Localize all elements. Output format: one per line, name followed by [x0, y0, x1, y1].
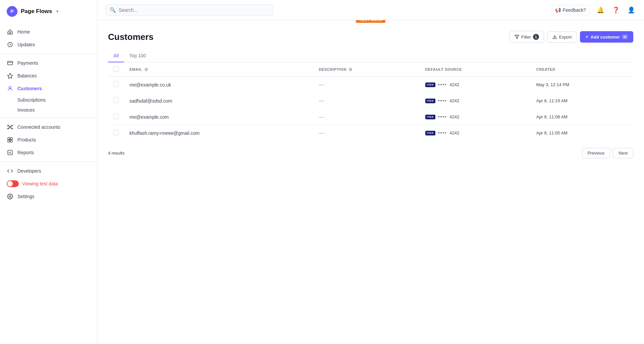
table-row[interactable]: sadfsdaf@sdsd.com — VISA •••• 4242 Apr 6… — [108, 93, 633, 109]
sidebar-item-payments-label: Payments — [17, 60, 38, 66]
default-source-column-header: DEFAULT SOURCE — [425, 67, 462, 71]
help-icon[interactable]: ❓ — [611, 5, 621, 15]
email-column-header: EMAIL — [129, 67, 142, 71]
created-column-header: CREATED — [536, 67, 555, 71]
filter-icon — [515, 35, 519, 39]
tab-all[interactable]: All — [108, 50, 124, 62]
sidebar-item-connected-accounts[interactable]: Connected accounts — [0, 121, 97, 133]
description-cell-0: — — [313, 77, 420, 93]
card-dots-2: •••• — [438, 114, 447, 119]
customers-table: EMAIL ⚙ DESCRIPTION ⚙ DEFAULT SOURCE — [108, 62, 633, 141]
description-column-header: DESCRIPTION — [319, 67, 346, 71]
svg-line-10 — [11, 126, 12, 127]
connected-accounts-icon — [7, 124, 13, 130]
sidebar-item-settings[interactable]: Settings — [0, 190, 97, 203]
sidebar-item-home-label: Home — [17, 29, 30, 35]
source-cell-2: VISA •••• 4242 — [420, 109, 531, 125]
previous-button[interactable]: Previous — [582, 148, 610, 158]
results-footer: 4 results Previous Next — [108, 142, 633, 164]
row-checkbox-2[interactable] — [113, 114, 119, 119]
add-customer-kbd: N — [622, 35, 628, 39]
row-checkbox-0[interactable] — [113, 81, 119, 87]
select-all-checkbox[interactable] — [113, 66, 119, 72]
export-button[interactable]: Export — [547, 32, 577, 43]
page-title: Customers — [108, 32, 154, 42]
add-customer-label: Add customer — [591, 35, 620, 40]
description-cell-3: — — [313, 125, 420, 141]
sidebar-item-customers-label: Customers — [17, 86, 42, 91]
logo-chevron-icon: ▾ — [56, 9, 58, 14]
table-row[interactable]: me@example.com — VISA •••• 4242 Apr 6, 1… — [108, 109, 633, 125]
tab-top100[interactable]: Top 100 — [124, 50, 152, 62]
sidebar-item-products-label: Products — [17, 137, 36, 142]
customers-icon — [7, 85, 13, 92]
sidebar-item-updates[interactable]: Updates — [0, 38, 97, 51]
add-customer-button[interactable]: + Add customer N — [580, 31, 633, 43]
updates-icon — [7, 41, 13, 48]
page-content: TEST DATA Customers Filter 1 Export + Ad… — [97, 20, 644, 344]
svg-point-3 — [9, 87, 11, 89]
sidebar-item-subscriptions[interactable]: Subscriptions — [0, 95, 97, 105]
sidebar-navigation: Home Updates Payments Balances — [0, 23, 97, 344]
source-cell-3: VISA •••• 4242 — [420, 125, 531, 141]
row-checkbox-3[interactable] — [113, 130, 119, 135]
svg-point-7 — [8, 128, 9, 129]
sidebar-item-settings-label: Settings — [17, 194, 35, 199]
row-checkbox-1[interactable] — [113, 98, 119, 103]
home-icon — [7, 28, 13, 35]
card-dots-1: •••• — [438, 98, 447, 103]
sidebar-item-balances[interactable]: Balances — [0, 69, 97, 82]
email-cell-3: khuffash.ramy+meee@gmail.com — [124, 125, 313, 141]
results-count: 4 results — [108, 151, 124, 156]
sidebar-item-invoices[interactable]: Invoices — [0, 105, 97, 115]
nav-divider-3 — [0, 162, 97, 162]
created-cell-0: May 3, 12:14 PM — [531, 77, 633, 93]
sidebar-item-home[interactable]: Home — [0, 25, 97, 38]
search-box[interactable]: 🔍 — [105, 4, 273, 16]
search-input[interactable] — [119, 7, 269, 13]
toggle-label: Viewing test data — [22, 181, 58, 186]
sidebar-item-products[interactable]: Products — [0, 133, 97, 146]
sidebar-item-reports-label: Reports — [17, 150, 34, 155]
description-cell-2: — — [313, 109, 420, 125]
table-row[interactable]: khuffash.ramy+meee@gmail.com — VISA ••••… — [108, 125, 633, 141]
sidebar-item-customers[interactable]: Customers — [0, 82, 97, 95]
megaphone-icon: 📢 — [555, 7, 561, 13]
developers-icon — [7, 168, 13, 174]
toggle-switch-icon[interactable] — [7, 180, 19, 187]
sidebar-logo[interactable]: P Page Flows ▾ — [0, 0, 97, 23]
email-column-settings-icon[interactable]: ⚙ — [144, 67, 149, 72]
logo-icon: P — [7, 6, 17, 17]
svg-marker-22 — [515, 35, 519, 39]
svg-point-5 — [8, 125, 9, 126]
test-data-toggle[interactable]: Viewing test data — [0, 177, 97, 190]
filter-button[interactable]: Filter 1 — [509, 31, 544, 43]
sidebar-item-reports[interactable]: Reports — [0, 146, 97, 159]
visa-badge-0: VISA — [425, 82, 435, 87]
sidebar-item-developers[interactable]: Developers — [0, 165, 97, 177]
created-cell-3: Apr 6, 11:05 AM — [531, 125, 633, 141]
sidebar-item-payments[interactable]: Payments — [0, 57, 97, 69]
table-row[interactable]: me@example.co.uk — VISA •••• 4242 May 3,… — [108, 77, 633, 93]
products-icon — [7, 136, 13, 143]
description-column-settings-icon[interactable]: ⚙ — [348, 67, 354, 72]
filter-count-badge: 1 — [533, 34, 539, 40]
visa-badge-3: VISA — [425, 131, 435, 135]
sidebar-item-subscriptions-label: Subscriptions — [17, 97, 46, 103]
svg-line-9 — [9, 126, 10, 127]
feedback-button[interactable]: 📢 Feedback? — [551, 5, 590, 15]
next-button[interactable]: Next — [613, 148, 633, 158]
search-icon: 🔍 — [110, 7, 116, 13]
sidebar-item-connected-label: Connected accounts — [17, 124, 60, 130]
email-cell-0: me@example.co.uk — [124, 77, 313, 93]
content-header: Customers Filter 1 Export + Add customer… — [108, 31, 633, 43]
sidebar-item-updates-label: Updates — [17, 42, 35, 47]
nav-divider-1 — [0, 54, 97, 54]
svg-line-12 — [11, 128, 12, 129]
notifications-icon[interactable]: 🔔 — [596, 5, 605, 15]
main-content: 🔍 📢 Feedback? 🔔 ❓ 👤 TEST DATA Customers — [97, 0, 644, 344]
sidebar-item-developers-label: Developers — [17, 168, 41, 174]
source-cell-1: VISA •••• 4242 — [420, 93, 531, 109]
reports-icon — [7, 149, 13, 156]
account-icon[interactable]: 👤 — [627, 5, 636, 15]
